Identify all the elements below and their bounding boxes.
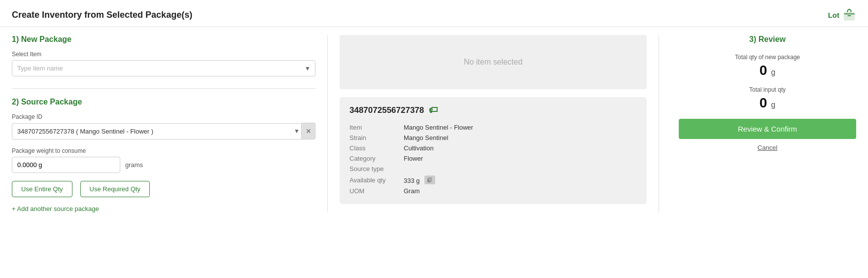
package-id-label: Package ID xyxy=(12,113,315,120)
detail-table: Item Mango Sentinel - Flower Strain Mang… xyxy=(349,122,637,196)
no-item-box: No item selected xyxy=(340,35,647,89)
middle-panel: No item selected 3487072556727378 🏷 Item… xyxy=(327,35,659,212)
copy-icon xyxy=(427,177,433,183)
available-qty-label: Available qty xyxy=(349,174,404,186)
package-id-select[interactable]: 3487072556727378 ( Mango Sentinel - Flow… xyxy=(12,123,302,139)
page-title: Create Inventory from Selected Package(s… xyxy=(12,10,192,20)
class-label: Class xyxy=(349,143,404,153)
source-type-value xyxy=(404,164,637,174)
weight-label: Package weight to consume xyxy=(12,147,315,154)
cancel-button[interactable]: Cancel xyxy=(758,144,777,151)
uom-value: Gram xyxy=(404,186,637,196)
category-value: Flower xyxy=(404,153,637,164)
package-detail-id: 3487072556727378 xyxy=(349,105,424,115)
left-panel: 1) New Package Select Item Type item nam… xyxy=(12,35,327,212)
lot-badge: Lot xyxy=(828,8,856,22)
total-qty-label: Total qty of new package xyxy=(679,54,856,61)
select-item-wrapper: Type item name ▼ xyxy=(12,60,315,76)
main-content: 1) New Package Select Item Type item nam… xyxy=(0,27,868,220)
class-value: Cultivation xyxy=(404,143,637,153)
total-qty-value: 0 g xyxy=(679,63,856,78)
strain-label: Strain xyxy=(349,133,404,143)
total-input-number: 0 xyxy=(760,95,767,110)
section2-title: 2) Source Package xyxy=(12,98,315,106)
right-panel: 3) Review Total qty of new package 0 g T… xyxy=(659,35,856,212)
total-qty-number: 0 xyxy=(760,63,767,78)
section-source-package: 2) Source Package Package ID 34870725567… xyxy=(12,98,315,212)
package-detail-header: 3487072556727378 🏷 xyxy=(349,105,637,115)
detail-row-uom: UOM Gram xyxy=(349,186,637,196)
package-id-wrapper: 3487072556727378 ( Mango Sentinel - Flow… xyxy=(12,123,315,139)
package-detail-card: 3487072556727378 🏷 Item Mango Sentinel -… xyxy=(340,97,647,204)
available-qty-cell: 333 g xyxy=(404,174,637,186)
detail-row-available-qty: Available qty 333 g xyxy=(349,174,637,186)
total-qty-unit: g xyxy=(771,68,775,76)
total-input-value: 0 g xyxy=(679,95,856,111)
weight-unit: grams xyxy=(125,161,143,169)
select-item-input[interactable]: Type item name xyxy=(12,60,315,76)
available-qty-value: 333 g xyxy=(404,177,420,184)
section-divider xyxy=(12,88,315,89)
section1-title: 1) New Package xyxy=(12,35,315,44)
weight-input[interactable] xyxy=(12,157,120,173)
detail-row-category: Category Flower xyxy=(349,153,637,164)
item-label: Item xyxy=(349,122,404,133)
use-required-qty-button[interactable]: Use Required Qty xyxy=(80,181,150,197)
review-confirm-button[interactable]: Review & Confirm xyxy=(679,119,856,139)
detail-row-item: Item Mango Sentinel - Flower xyxy=(349,122,637,133)
strain-value: Mango Sentinel xyxy=(404,133,637,143)
qty-btn-row: Use Entire Qty Use Required Qty xyxy=(12,181,315,197)
no-item-text: No item selected xyxy=(464,58,522,67)
detail-row-source-type: Source type xyxy=(349,164,637,174)
uom-label: UOM xyxy=(349,186,404,196)
page-header: Create Inventory from Selected Package(s… xyxy=(0,0,868,27)
copy-qty-button[interactable] xyxy=(424,175,435,184)
use-entire-qty-button[interactable]: Use Entire Qty xyxy=(12,181,72,197)
detail-row-class: Class Cultivation xyxy=(349,143,637,153)
lot-label: Lot xyxy=(828,11,839,19)
review-title: 3) Review xyxy=(679,35,856,44)
total-input-label: Total input qty xyxy=(679,86,856,93)
svg-rect-2 xyxy=(428,177,432,181)
section-new-package: 1) New Package Select Item Type item nam… xyxy=(12,35,315,76)
tag-icon: 🏷 xyxy=(429,105,438,115)
package-icon xyxy=(842,8,856,22)
detail-row-strain: Strain Mango Sentinel xyxy=(349,133,637,143)
select-item-label: Select Item xyxy=(12,51,315,58)
package-id-clear-button[interactable]: ✕ xyxy=(302,123,315,139)
category-label: Category xyxy=(349,153,404,164)
weight-row: grams xyxy=(12,157,315,173)
source-type-label: Source type xyxy=(349,164,404,174)
total-input-unit: g xyxy=(771,101,775,109)
add-source-package-link[interactable]: + Add another source package xyxy=(12,205,315,212)
item-value: Mango Sentinel - Flower xyxy=(404,122,637,133)
